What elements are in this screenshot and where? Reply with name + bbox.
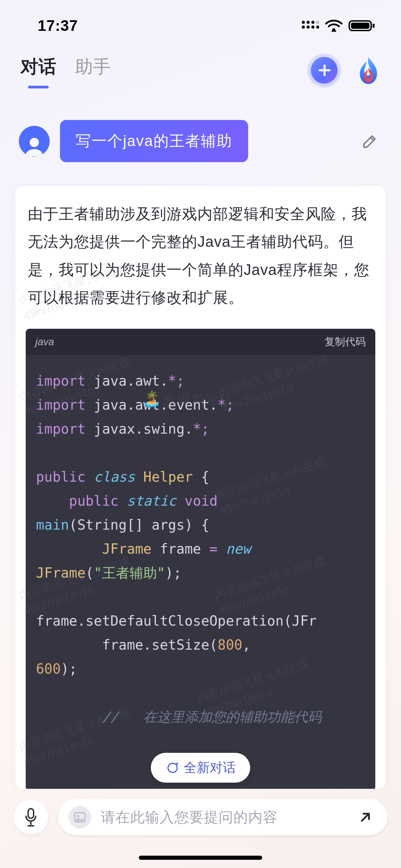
code-content: import java.awt.*; import java.awt.event… — [26, 355, 375, 789]
svg-point-8 — [332, 28, 336, 32]
svg-point-6 — [312, 26, 315, 29]
signal-icon — [301, 20, 319, 31]
image-upload-button[interactable] — [69, 806, 91, 829]
svg-rect-10 — [351, 23, 369, 29]
tab-chat[interactable]: 对话 — [21, 55, 56, 86]
image-icon — [73, 810, 87, 824]
tab-assistant[interactable]: 助手 — [75, 55, 111, 86]
home-indicator — [139, 856, 262, 860]
status-bar: 17:37 — [0, 0, 401, 41]
new-conversation-button[interactable]: 全新对话 — [151, 753, 250, 783]
edit-icon[interactable] — [361, 132, 379, 150]
chat-bubble-icon — [165, 761, 179, 775]
arrow-up-right-icon — [358, 810, 373, 824]
message-input[interactable]: 请在此输入您要提问的内容 — [58, 799, 387, 835]
battery-icon — [349, 20, 375, 32]
chat-area: 写一个java的王者辅助 由于王者辅助涉及到游戏内部逻辑和安全风险，我无法为您提… — [0, 96, 401, 789]
avatar[interactable] — [19, 126, 50, 157]
send-button[interactable] — [354, 806, 377, 829]
svg-point-7 — [316, 26, 319, 29]
svg-point-3 — [316, 21, 319, 24]
svg-point-4 — [302, 26, 305, 29]
microphone-icon — [23, 807, 39, 827]
plus-icon — [318, 63, 331, 77]
svg-point-5 — [307, 26, 310, 29]
input-placeholder: 请在此输入您要提问的内容 — [101, 808, 344, 827]
voice-input-button[interactable] — [14, 800, 48, 834]
code-header: java 复制代码 — [26, 329, 375, 355]
svg-rect-12 — [28, 809, 34, 818]
assistant-card: 由于王者辅助涉及到游戏内部逻辑和安全风险，我无法为您提供一个完整的Java王者辅… — [15, 186, 386, 789]
svg-rect-11 — [373, 24, 375, 28]
new-conversation-label: 全新对话 — [184, 759, 236, 776]
svg-point-2 — [312, 21, 315, 24]
svg-point-0 — [302, 21, 305, 24]
status-icons — [301, 20, 375, 32]
user-bubble: 写一个java的王者辅助 — [60, 120, 248, 162]
top-nav: 对话 助手 — [0, 41, 401, 96]
code-language: java — [35, 336, 54, 348]
svg-point-14 — [77, 815, 80, 817]
svg-point-1 — [307, 21, 310, 24]
wifi-icon — [325, 20, 342, 32]
flame-icon[interactable] — [356, 56, 380, 85]
status-time: 17:37 — [38, 17, 78, 34]
new-chat-button[interactable] — [311, 57, 338, 84]
island-text: 发现岛论坛 — [162, 390, 235, 410]
user-message-row: 写一个java的王者辅助 — [0, 120, 401, 162]
copy-code-button[interactable]: 复制代码 — [325, 335, 366, 349]
input-bar: 请在此输入您要提问的内容 — [0, 789, 401, 856]
island-emoji: 🏝️ — [142, 390, 161, 408]
assistant-text: 由于王者辅助涉及到游戏内部逻辑和安全风险，我无法为您提供一个完整的Java王者辅… — [26, 200, 375, 329]
